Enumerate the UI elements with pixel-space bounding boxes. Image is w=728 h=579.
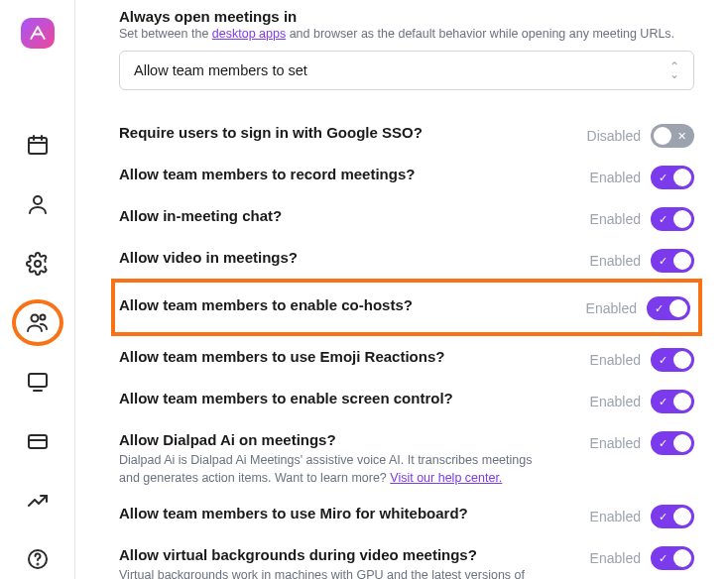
svg-rect-0 [29,138,47,154]
setting-state: Enabled [590,211,641,227]
toggle-knob [673,351,691,369]
setting-desc: Dialpad Ai is Dialpad Ai Meetings' assis… [119,452,555,487]
setting-label: Allow team members to enable screen cont… [119,388,574,408]
setting-toggle[interactable]: ✓ [651,390,694,413]
setting-toggle[interactable]: ✓ [651,431,694,455]
setting-state: Enabled [586,300,637,316]
setting-label: Allow in-meeting chat? [119,205,574,226]
toggle-knob [673,508,691,525]
section-title: Always open meetings in [119,8,694,25]
setting-row: Allow team members to enable screen cont… [119,380,694,421]
setting-row: Allow video in meetings?Enabled✓ [119,239,694,281]
setting-toggle[interactable]: ✓ [651,249,694,273]
setting-state: Enabled [590,394,641,409]
app-logo[interactable] [21,18,55,49]
check-icon: ✓ [659,213,667,226]
setting-row: Allow virtual backgrounds during video m… [119,536,694,579]
setting-label: Allow team members to use Miro for white… [119,503,574,523]
check-icon: ✓ [655,302,664,315]
toggle-knob [673,252,691,270]
gear-icon[interactable] [16,244,60,284]
svg-point-5 [35,261,41,267]
setting-state: Enabled [590,352,641,368]
setting-row: Allow team members to record meetings?En… [119,156,694,197]
help-icon[interactable] [16,539,60,579]
setting-label: Allow virtual backgrounds during video m… [119,544,574,565]
setting-desc: Virtual backgrounds work in machines wit… [119,567,555,579]
setting-row: Allow team members to use Miro for white… [119,495,694,536]
user-icon[interactable] [16,184,60,224]
setting-toggle[interactable]: ✓ [651,546,694,570]
setting-row: Allow Dialpad Ai on meetings?Dialpad Ai … [119,421,694,495]
setting-toggle[interactable]: ✓ [651,348,694,372]
setting-label: Allow team members to use Emoji Reaction… [119,346,574,367]
setting-label: Allow team members to enable co-hosts? [119,294,570,315]
open-meetings-select[interactable]: Allow team members to set ⌃⌄ [119,51,694,90]
setting-label: Require users to sign in with Google SSO… [119,122,571,143]
setting-label: Allow team members to record meetings? [119,164,574,184]
x-icon: ✕ [677,130,686,143]
settings-content: Always open meetings in Set between the … [75,0,728,579]
setting-state: Enabled [590,435,641,451]
toggle-knob [673,169,691,186]
check-icon: ✓ [659,172,667,184]
display-icon[interactable] [16,362,60,402]
svg-point-4 [34,196,42,204]
setting-toggle[interactable]: ✓ [651,505,694,528]
toggle-knob [669,299,687,317]
svg-point-7 [40,315,45,320]
setting-label: Allow Dialpad Ai on meetings? [119,429,574,450]
svg-rect-8 [29,374,47,387]
toggle-knob [673,434,691,452]
users-icon[interactable] [16,303,60,343]
setting-desc-link[interactable]: Visit our help center. [390,471,502,485]
setting-toggle[interactable]: ✓ [651,207,694,231]
svg-point-6 [31,315,38,322]
setting-row: Allow in-meeting chat?Enabled✓ [119,197,694,239]
setting-state: Enabled [590,550,641,566]
setting-state: Enabled [590,509,641,524]
toggle-knob [673,393,691,410]
setting-state: Enabled [590,253,641,269]
svg-rect-10 [29,435,47,448]
check-icon: ✓ [659,396,667,408]
calendar-icon[interactable] [16,126,60,166]
analytics-icon[interactable] [16,481,60,521]
svg-point-13 [37,564,38,565]
check-icon: ✓ [659,511,667,523]
chevron-updown-icon: ⌃⌄ [669,62,679,78]
desktop-apps-link[interactable]: desktop apps [212,27,286,41]
setting-state: Disabled [587,128,641,144]
setting-toggle[interactable]: ✕ [651,124,694,148]
toggle-knob [654,127,671,145]
toggle-knob [673,549,691,567]
check-icon: ✓ [659,255,667,268]
setting-state: Enabled [590,170,641,185]
check-icon: ✓ [659,437,667,450]
toggle-knob [673,210,691,228]
section-desc: Set between the desktop apps and browser… [119,27,694,41]
setting-row: Allow team members to enable co-hosts?En… [119,287,694,328]
setting-row: Require users to sign in with Google SSO… [119,114,694,156]
card-icon[interactable] [16,421,60,461]
select-value: Allow team members to set [134,62,307,78]
setting-toggle[interactable]: ✓ [647,296,690,320]
check-icon: ✓ [659,354,667,367]
sidebar [0,0,75,579]
check-icon: ✓ [659,552,667,565]
setting-toggle[interactable]: ✓ [651,166,694,189]
setting-label: Allow video in meetings? [119,247,574,268]
setting-row: Allow team members to use Emoji Reaction… [119,338,694,380]
